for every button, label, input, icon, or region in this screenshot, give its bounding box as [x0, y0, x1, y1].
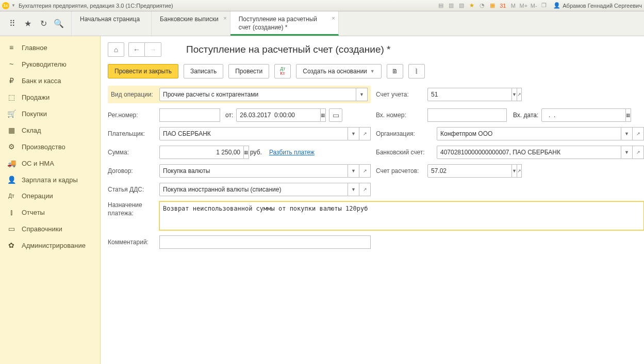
sum-input[interactable] [159, 146, 244, 159]
chart-icon: ~ [7, 60, 15, 68]
open-icon[interactable]: ↗ [633, 127, 644, 140]
sidebar: ≡Главное ~Руководителю ₽Банк и касса ⬚Пр… [0, 36, 101, 364]
settle-input[interactable] [427, 164, 512, 178]
tab-home[interactable]: Начальная страница [72, 11, 152, 36]
calendar-icon[interactable]: 31 [499, 2, 507, 10]
in-date-input[interactable] [541, 108, 626, 122]
dropdown-icon[interactable]: ▼ [11, 3, 15, 8]
dds-input[interactable] [159, 183, 348, 196]
user-badge[interactable]: 👤 Абрамов Геннадий Сергеевич [553, 2, 642, 9]
toolbar-icon-1[interactable]: ▤ [437, 2, 445, 10]
close-icon[interactable]: × [332, 14, 335, 22]
apps-icon[interactable]: ⠿ [7, 19, 18, 29]
post-button[interactable]: Провести [228, 64, 269, 78]
sidebar-item-bank[interactable]: ₽Банк и касса [0, 72, 100, 89]
label-comment: Комментарий: [108, 239, 156, 246]
post-and-close-button[interactable]: Провести и закрыть [108, 64, 178, 78]
operation-type-input[interactable] [159, 88, 356, 101]
create-based-button[interactable]: Создать на основании▼ [296, 64, 381, 78]
open-icon[interactable]: ↗ [517, 88, 522, 101]
dropdown-icon[interactable]: ▼ [512, 88, 517, 101]
org-input[interactable] [437, 127, 621, 140]
toolbar-icon-5[interactable]: ◔ [478, 2, 486, 10]
label-org: Организация: [376, 130, 434, 137]
star-icon[interactable]: ★ [468, 2, 476, 10]
m-minus-icon[interactable]: M- [530, 2, 538, 10]
open-icon[interactable]: ↗ [359, 183, 371, 196]
sidebar-item-label: Главное [22, 44, 47, 52]
sidebar-item-manager[interactable]: ~Руководителю [0, 56, 100, 72]
dtct-icon: Дт [7, 193, 15, 199]
sidebar-item-operations[interactable]: ДтОперации [0, 188, 100, 204]
sidebar-item-admin[interactable]: ✿Администрирование [0, 237, 100, 254]
calendar-icon[interactable]: ▦ [321, 108, 326, 122]
sidebar-item-label: Операции [22, 192, 53, 200]
dropdown-icon[interactable]: ▼ [512, 164, 517, 178]
open-icon[interactable]: ↗ [359, 164, 371, 178]
dropdown-icon[interactable]: ▼ [348, 183, 359, 196]
calendar-icon[interactable]: ▦ [626, 108, 631, 122]
save-button[interactable]: Записать [184, 64, 223, 78]
sidebar-item-label: Администрирование [22, 242, 86, 249]
contract-input[interactable] [159, 164, 348, 178]
sidebar-item-main[interactable]: ≡Главное [0, 39, 100, 56]
tab-statements[interactable]: Банковские выписки× [152, 11, 230, 36]
cart-icon: 🛒 [7, 109, 15, 118]
sidebar-item-warehouse[interactable]: ▦Склад [0, 122, 100, 138]
open-icon[interactable]: ↗ [517, 164, 522, 178]
sidebar-item-label: Покупки [22, 110, 47, 118]
toolbar-icon-2[interactable]: ▥ [447, 2, 455, 10]
sidebar-item-hr[interactable]: 👤Зарплата и кадры [0, 171, 100, 188]
sidebar-item-label: Банк и касса [22, 77, 61, 85]
clip-button[interactable]: ⦚ [408, 64, 425, 78]
dropdown-icon[interactable]: ▼ [348, 164, 359, 178]
open-icon[interactable]: ↗ [359, 127, 371, 140]
row-account: Счет учета: ▼ ↗ [376, 86, 644, 103]
truck-icon: 🚚 [7, 159, 15, 167]
date-input[interactable] [236, 108, 321, 122]
dropdown-icon[interactable]: ▼ [348, 127, 359, 140]
row-reg-number: Рег.номер: от: ▦ ▭ [108, 108, 371, 122]
attach-button[interactable]: 🗎 [387, 64, 403, 78]
comment-input[interactable] [159, 235, 371, 249]
toolbar-icon-3[interactable]: ▧ [457, 2, 466, 10]
history-icon[interactable]: ↻ [38, 19, 48, 29]
label-reg-no: Рег.номер: [108, 112, 156, 119]
bank-input[interactable] [437, 146, 621, 159]
m-plus-icon[interactable]: M+ [519, 2, 527, 10]
dropdown-icon[interactable]: ▼ [621, 127, 633, 140]
purpose-input[interactable] [159, 201, 644, 230]
sidebar-item-reports[interactable]: ⫿Отчеты [0, 204, 100, 220]
label-sum: Сумма: [108, 149, 156, 156]
account-input[interactable] [427, 88, 512, 101]
sidebar-item-sales[interactable]: ⬚Продажи [0, 89, 100, 105]
tab-receipt[interactable]: Поступление на расчетный счет (создание)… [230, 11, 339, 36]
home-button[interactable]: ⌂ [108, 42, 124, 57]
sidebar-item-assets[interactable]: 🚚ОС и НМА [0, 155, 100, 171]
calc-icon[interactable]: ▦ [488, 2, 497, 10]
payer-input[interactable] [159, 127, 348, 140]
dropdown-icon[interactable]: ▼ [356, 88, 368, 101]
calc-icon[interactable]: ▦ [244, 146, 249, 159]
favorite-icon[interactable]: ★ [23, 19, 33, 29]
doc-icon[interactable]: ▭ [329, 108, 342, 122]
close-icon[interactable]: × [223, 14, 226, 22]
m-icon[interactable]: M [509, 2, 517, 10]
sidebar-item-label: Отчеты [22, 209, 45, 216]
open-icon[interactable]: ↗ [633, 146, 644, 159]
label-settle: Счет расчетов: [376, 167, 424, 175]
sidebar-item-production[interactable]: ⚙Производство [0, 138, 100, 155]
in-number-input[interactable] [427, 108, 507, 122]
sales-icon: ⬚ [7, 93, 15, 101]
back-button[interactable]: ← [128, 42, 145, 57]
search-icon[interactable]: 🔍 [54, 19, 64, 29]
label-payer: Плательщик: [108, 130, 156, 137]
dtct-button[interactable]: ДтКт [274, 64, 291, 78]
dropdown-icon[interactable]: ▼ [621, 146, 633, 159]
sidebar-item-catalogs[interactable]: ▭Справочники [0, 220, 100, 237]
reg-number-input[interactable] [159, 108, 220, 122]
window-icon[interactable]: ❐ [540, 2, 548, 10]
split-link[interactable]: Разбить платеж [269, 149, 315, 156]
sidebar-item-purchases[interactable]: 🛒Покупки [0, 105, 100, 122]
sidebar-item-label: Зарплата и кадры [22, 176, 78, 184]
